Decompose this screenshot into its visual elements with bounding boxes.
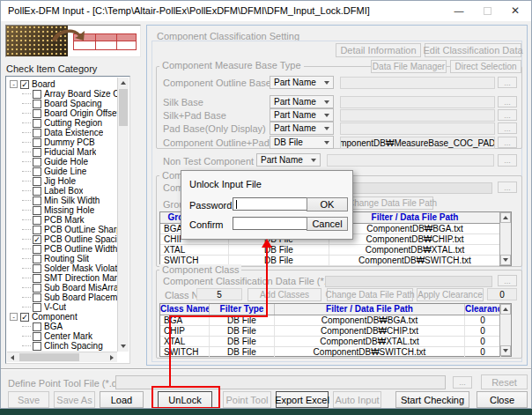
checkbox-icon[interactable] (33, 216, 41, 225)
measure-browse-button[interactable]: ... (498, 109, 517, 121)
tree-item[interactable]: Clinch Spacing (8, 341, 117, 351)
table-row[interactable]: XTALDB FileComponentDB₩XTAL.txt (160, 245, 499, 256)
export-excel-button[interactable]: Export Excel (276, 391, 329, 408)
measure-browse-button[interactable]: ... (498, 137, 517, 148)
auto-input-button[interactable]: Auto Input (333, 391, 381, 408)
checkbox-icon[interactable] (33, 322, 41, 331)
column-header[interactable]: Class Name (160, 304, 210, 315)
tree-item[interactable]: -✓Component (8, 312, 117, 322)
checkbox-icon[interactable] (33, 303, 41, 312)
tree-item[interactable]: SMT Direction Mark (8, 273, 117, 283)
tree-item[interactable]: Sub Board MisArrange (8, 283, 117, 293)
clearance-value-field[interactable]: 0 (487, 288, 517, 300)
tree-item[interactable]: Center Mark (8, 331, 117, 341)
class-browse-button[interactable]: ... (498, 275, 517, 286)
tree-horizontal-scrollbar[interactable] (7, 352, 117, 362)
checkbox-icon[interactable] (33, 119, 41, 128)
checkbox-icon[interactable] (33, 284, 41, 293)
tree-item[interactable]: Guide Hole (8, 157, 117, 167)
data-file-manager-button[interactable]: Data File Manager (371, 60, 447, 73)
tree-item[interactable]: Solder Mask Violation (8, 263, 117, 273)
measure-type-combo[interactable]: Part Name (270, 108, 334, 122)
table-row[interactable]: CHIPDB FileComponentDB₩CHIP.txt0 (160, 326, 499, 337)
edit-classification-data-button[interactable]: Edit Classification Data (425, 43, 521, 57)
tree-collapse-icon[interactable]: - (10, 313, 18, 321)
minimize-button[interactable]: — (445, 1, 473, 20)
point-tool-button[interactable]: Point Tool (223, 391, 271, 408)
scroll-up-icon[interactable] (500, 212, 511, 223)
apply-clearance-button[interactable]: Apply Clearance (417, 288, 484, 301)
class-data-file-field[interactable] (325, 276, 492, 287)
checkbox-icon[interactable] (33, 206, 41, 215)
scroll-down-icon[interactable] (500, 345, 511, 356)
scroll-thumb[interactable] (119, 89, 128, 126)
checkbox-checked-icon[interactable]: ✓ (20, 313, 29, 322)
cancel-button[interactable]: Cancel (307, 217, 348, 231)
non-test-type-combo[interactable]: Part Name (256, 153, 321, 167)
tree-item[interactable]: PCB Outline Width (8, 244, 117, 254)
checkbox-icon[interactable] (33, 255, 41, 263)
tree-item[interactable]: Min Silk Width (8, 196, 117, 205)
checkbox-icon[interactable] (33, 332, 41, 341)
measure-path-field[interactable] (340, 109, 495, 122)
table-scrollbar[interactable] (499, 212, 511, 265)
non-test-browse-button[interactable]: ... (498, 154, 517, 167)
checkbox-icon[interactable] (33, 148, 41, 157)
tree-item[interactable]: Board Origin Offset (8, 108, 117, 118)
checkbox-icon[interactable] (33, 187, 41, 196)
non-test-path-field[interactable] (327, 154, 494, 167)
checkbox-icon[interactable] (33, 226, 41, 234)
scroll-down-icon[interactable] (118, 341, 129, 352)
tree-item[interactable]: Board Spacing (8, 99, 117, 108)
tree-item[interactable]: Dummy PCB (8, 137, 117, 147)
load-button[interactable]: Load (100, 391, 144, 408)
checkbox-checked-icon[interactable]: ✓ (33, 235, 41, 244)
close-window-button[interactable]: ✕ (501, 1, 529, 20)
checkbox-icon[interactable] (33, 196, 41, 205)
table-row[interactable]: XTALDB FileComponentDB₩XTAL.txt0 (160, 337, 499, 347)
scroll-thumb[interactable] (19, 353, 79, 361)
measure-browse-button[interactable]: ... (498, 77, 517, 88)
column-header[interactable]: Filter Type (210, 304, 275, 315)
ok-button[interactable]: OK (307, 197, 348, 211)
measure-browse-button[interactable]: ... (498, 96, 517, 107)
save-as-button[interactable]: Save As (54, 391, 95, 408)
save-button[interactable]: Save (8, 391, 49, 408)
tree-item[interactable]: BGA (8, 322, 117, 331)
column-header[interactable]: Filter / Data File Path (275, 304, 465, 315)
add-classes-button[interactable]: Add Classes (248, 288, 321, 301)
checkbox-icon[interactable] (33, 129, 41, 137)
tree-item[interactable]: PCB Mark (8, 215, 117, 225)
tree-item[interactable]: PCB OutLine Sharp Ar (8, 225, 117, 234)
checkbox-icon[interactable] (33, 293, 41, 302)
group-change-path-button[interactable]: Change Data File Path (351, 196, 433, 210)
scroll-right-icon[interactable] (107, 352, 117, 362)
scroll-up-icon[interactable] (500, 304, 511, 315)
checkbox-icon[interactable] (33, 245, 41, 254)
class-no-field[interactable]: 5 (196, 288, 242, 300)
tree-item[interactable]: -✓Board (8, 79, 117, 89)
checkbox-icon[interactable] (33, 100, 41, 108)
checkbox-icon[interactable] (33, 264, 41, 273)
scroll-down-icon[interactable] (500, 255, 511, 265)
table-row[interactable]: SWITCHDB FileComponentDB₩SWITCH.txt0 (160, 347, 499, 358)
measure-path-field[interactable] (340, 96, 495, 108)
measure-type-combo[interactable]: Part Name (270, 95, 334, 108)
tree-collapse-icon[interactable]: - (10, 80, 18, 88)
tree-item[interactable]: Label Box (8, 186, 117, 196)
checkbox-icon[interactable] (33, 274, 41, 283)
checkbox-icon[interactable] (33, 342, 41, 351)
tree-item[interactable]: ✓PCB Outline Spacing (8, 234, 117, 244)
checkbox-icon[interactable] (33, 138, 41, 147)
class-change-path-button[interactable]: Change Data File Path (327, 288, 413, 301)
scroll-left-icon[interactable] (7, 352, 18, 362)
scroll-up-icon[interactable] (118, 78, 129, 88)
tree-item[interactable]: Routing Slit (8, 254, 117, 263)
measure-type-combo[interactable]: Part Name (270, 122, 334, 135)
tree-item[interactable]: Data Existence (8, 128, 117, 137)
direct-selection-button[interactable]: Direct Selection (450, 60, 521, 73)
tree-vertical-scrollbar[interactable] (117, 78, 129, 352)
table-scrollbar[interactable] (499, 304, 511, 356)
close-button[interactable]: Close (477, 391, 528, 408)
confirm-input[interactable] (233, 217, 308, 230)
